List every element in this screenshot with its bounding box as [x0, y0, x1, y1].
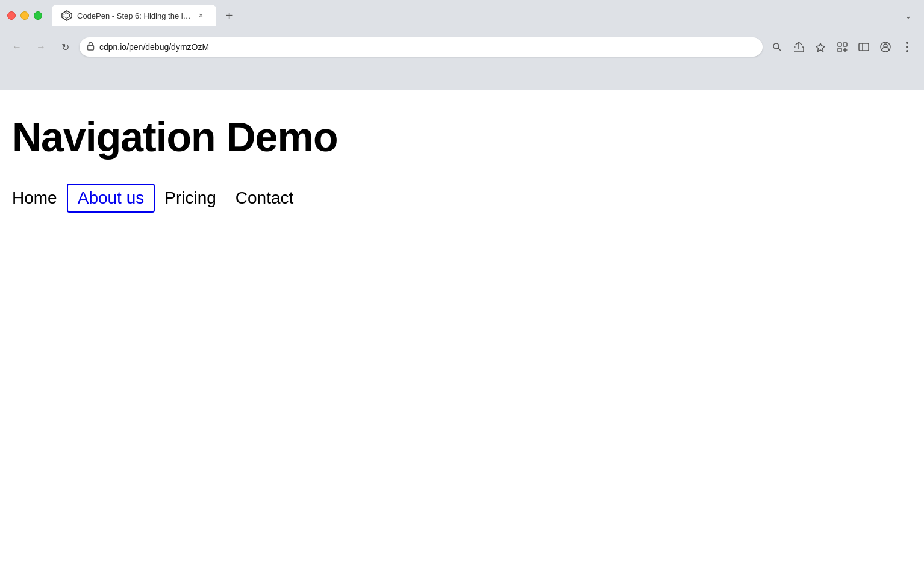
toolbar: ← → ↻ cdpn.io/pen/debug/dymzOzM	[0, 31, 924, 63]
extensions-button[interactable]	[832, 37, 852, 57]
tab-bar: CodePen - Step 6: Hiding the l… × + ⌄	[52, 5, 917, 26]
svg-line-10	[778, 48, 781, 51]
svg-point-20	[906, 46, 908, 48]
forward-button[interactable]: →	[31, 37, 51, 57]
minimize-window-button[interactable]	[20, 11, 29, 20]
new-tab-button[interactable]: +	[221, 7, 238, 24]
title-bar: CodePen - Step 6: Hiding the l… × + ⌄	[0, 0, 924, 31]
nav-item-about[interactable]: About us	[67, 184, 155, 213]
svg-marker-11	[816, 43, 825, 52]
tab-title: CodePen - Step 6: Hiding the l…	[77, 11, 191, 20]
svg-rect-13	[843, 43, 847, 46]
tab-chevron-icon[interactable]: ⌄	[900, 7, 917, 24]
svg-rect-8	[88, 46, 94, 51]
svg-marker-1	[64, 13, 70, 19]
page-content: Navigation Demo Home About us Pricing Co…	[0, 90, 924, 572]
toolbar-icons	[767, 37, 917, 57]
svg-point-21	[906, 50, 908, 52]
tab-close-button[interactable]: ×	[196, 10, 207, 21]
reload-button[interactable]: ↻	[55, 37, 75, 57]
bookmark-button[interactable]	[811, 37, 830, 57]
sidebar-button[interactable]	[854, 37, 873, 57]
address-text: cdpn.io/pen/debug/dymzOzM	[99, 42, 755, 52]
nav-item-home[interactable]: Home	[12, 185, 67, 211]
profile-button[interactable]	[876, 37, 895, 57]
lock-icon	[87, 42, 95, 52]
back-button[interactable]: ←	[7, 37, 27, 57]
browser-chrome: CodePen - Step 6: Hiding the l… × + ⌄ ← …	[0, 0, 924, 90]
svg-rect-15	[859, 43, 869, 51]
codepen-favicon	[61, 10, 72, 21]
nav-list: Home About us Pricing Contact	[12, 184, 912, 213]
menu-button[interactable]	[897, 37, 917, 57]
search-button[interactable]	[767, 37, 787, 57]
close-window-button[interactable]	[7, 11, 16, 20]
svg-rect-14	[838, 48, 841, 52]
traffic-lights	[7, 11, 42, 20]
nav-item-pricing[interactable]: Pricing	[155, 185, 226, 211]
share-button[interactable]	[789, 37, 808, 57]
browser-tab-active[interactable]: CodePen - Step 6: Hiding the l… ×	[52, 5, 216, 26]
nav-item-contact[interactable]: Contact	[226, 185, 304, 211]
svg-point-19	[906, 42, 908, 44]
page-title: Navigation Demo	[12, 114, 912, 160]
address-bar[interactable]: cdpn.io/pen/debug/dymzOzM	[80, 37, 763, 57]
svg-rect-12	[838, 43, 841, 46]
nav-bar: Home About us Pricing Contact	[12, 184, 912, 213]
maximize-window-button[interactable]	[34, 11, 42, 20]
